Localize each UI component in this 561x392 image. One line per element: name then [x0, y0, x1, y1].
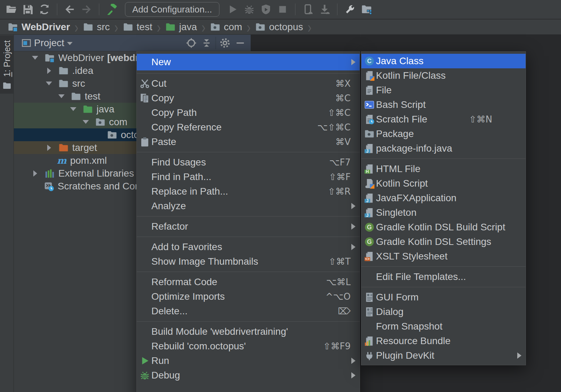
debug-bug-icon — [140, 370, 150, 381]
wrench-settings-icon[interactable] — [343, 2, 357, 16]
submenu-item-resource-bundle[interactable]: Resource Bundle — [361, 334, 526, 348]
xslt-file-icon — [364, 251, 375, 262]
html-file-icon — [364, 164, 375, 174]
menu-item-copy[interactable]: Copy ⌘C — [137, 91, 360, 105]
avd-manager-icon[interactable] — [301, 2, 315, 16]
menu-item-find-usages[interactable]: Find Usages ⌥F7 — [137, 155, 360, 170]
hide-panel-icon[interactable] — [233, 36, 248, 50]
submenu-item-edit-file-templates[interactable]: Edit File Templates... — [361, 270, 526, 284]
icon-placeholder — [140, 306, 150, 316]
dialog-form-icon — [364, 307, 375, 317]
submenu-item-html-file[interactable]: HTML File — [361, 162, 526, 176]
run-play-icon[interactable] — [226, 2, 240, 16]
test-folder-icon — [165, 22, 176, 32]
icon-placeholder — [140, 256, 150, 267]
submenu-item-java-class[interactable]: Java Class — [361, 54, 526, 68]
menu-item-analyze[interactable]: Analyze — [137, 199, 360, 213]
submenu-item-xslt-stylesheet[interactable]: XSLT Stylesheet — [361, 249, 526, 264]
project-view-selector[interactable]: Project — [34, 37, 64, 49]
submenu-item-gui-form[interactable]: GUI Form — [361, 290, 526, 305]
submenu-item-kotlin-script[interactable]: Kotlin Script — [361, 176, 526, 191]
breadcrumb-item-com[interactable]: com — [210, 22, 242, 33]
menu-item-find-in-path[interactable]: Find in Path... ⇧⌘F — [137, 170, 360, 184]
submenu-item-form-snapshot[interactable]: Form Snapshot — [361, 319, 526, 334]
add-configuration-button[interactable]: Add Configuration... — [125, 2, 219, 17]
chevron-expanded-icon[interactable] — [81, 120, 90, 124]
breadcrumb-label: octopus — [269, 22, 303, 33]
tree-label: WebDriver — [58, 52, 104, 63]
add-configuration-label: Add Configuration... — [132, 4, 212, 15]
sdk-manager-icon[interactable] — [318, 2, 332, 16]
back-arrow-icon[interactable] — [63, 2, 77, 16]
chevron-expanded-icon[interactable] — [44, 82, 53, 85]
menu-item-rebuild[interactable]: Rebuild 'com.octopus' ⇧⌘F9 — [137, 339, 360, 353]
menu-item-replace-in-path[interactable]: Replace in Path... ⇧⌘R — [137, 184, 360, 199]
breadcrumb-item-src[interactable]: src — [83, 22, 110, 33]
breadcrumb-item-java[interactable]: java — [165, 22, 197, 33]
gear-icon[interactable] — [217, 36, 233, 50]
menu-item-build-module[interactable]: Build Module 'webdrivertraining' — [137, 324, 360, 339]
submenu-item-dialog[interactable]: Dialog — [361, 305, 526, 319]
sync-icon[interactable] — [37, 2, 51, 16]
run-play-icon — [140, 356, 150, 366]
tree-label: pom.xml — [70, 155, 107, 166]
menu-item-cut[interactable]: Cut ⌘X — [137, 76, 360, 91]
menu-item-run[interactable]: Run — [137, 353, 360, 368]
build-hammer-icon[interactable] — [105, 2, 119, 16]
open-folder-icon[interactable] — [4, 2, 18, 16]
menu-separator — [137, 73, 360, 74]
breadcrumb-item-webdriver[interactable]: WebDriver — [8, 22, 70, 33]
menu-item-new[interactable]: New — [137, 54, 360, 70]
breadcrumb-item-test[interactable]: test — [123, 22, 152, 33]
tree-label: com — [109, 117, 127, 128]
menu-item-reformat-code[interactable]: Reformat Code ⌥⌘L — [137, 275, 360, 289]
debug-bug-icon[interactable] — [242, 2, 256, 16]
breadcrumb: WebDriver › src › test › java › com › oc… — [0, 19, 561, 35]
submenu-item-singleton[interactable]: Singleton — [361, 205, 526, 220]
submenu-item-package-info[interactable]: package-info.java — [361, 141, 526, 156]
tool-window-tab-project[interactable]: 1: Project — [0, 35, 14, 94]
chevron-expanded-icon[interactable] — [31, 56, 40, 60]
submenu-item-package[interactable]: Package — [361, 127, 526, 141]
menu-item-optimize-imports[interactable]: Optimize Imports ^⌥O — [137, 289, 360, 304]
tree-label: target — [72, 142, 97, 153]
breadcrumb-chevron-icon: › — [201, 19, 205, 35]
submenu-item-kotlin-file[interactable]: Kotlin File/Class — [361, 68, 526, 83]
menu-item-delete[interactable]: Delete... ⌦ — [137, 304, 360, 318]
menu-item-copy-reference[interactable]: Copy Reference ⌥⇧⌘C — [137, 120, 360, 135]
menu-item-add-to-favorites[interactable]: Add to Favorites — [137, 240, 360, 254]
menu-item-debug[interactable]: Debug — [137, 368, 360, 383]
submenu-item-javafx-application[interactable]: JavaFXApplication — [361, 191, 526, 205]
menu-item-copy-path[interactable]: Copy Path ⇧⌘C — [137, 105, 360, 120]
bash-script-icon — [364, 100, 375, 110]
tree-label: .idea — [72, 65, 93, 76]
submenu-item-gradle-settings[interactable]: Gradle Kotlin DSL Settings — [361, 235, 526, 249]
run-with-coverage-icon[interactable] — [259, 2, 273, 16]
chevron-collapsed-icon[interactable] — [44, 145, 53, 151]
chevron-expanded-icon[interactable] — [69, 107, 78, 111]
menu-separator — [361, 266, 526, 267]
menu-separator — [137, 272, 360, 272]
breadcrumb-label: test — [137, 22, 152, 33]
chevron-collapsed-icon[interactable] — [31, 170, 40, 177]
menu-item-show-image-thumbnails[interactable]: Show Image Thumbnails ⇧⌘T — [137, 254, 360, 269]
save-all-icon[interactable] — [21, 2, 35, 16]
submenu-item-plugin-devkit[interactable]: Plugin DevKit — [361, 348, 526, 363]
menu-item-refactor[interactable]: Refactor — [137, 219, 360, 234]
project-structure-icon[interactable] — [360, 2, 374, 16]
submenu-item-file[interactable]: File — [361, 83, 526, 97]
submenu-item-bash-script[interactable]: Bash Script — [361, 97, 526, 112]
submenu-item-scratch-file[interactable]: Scratch File ⇧⌘N — [361, 112, 526, 127]
resource-bundle-icon — [364, 336, 375, 346]
chevron-down-icon[interactable] — [67, 42, 73, 45]
icon-placeholder — [364, 321, 375, 332]
locate-file-icon[interactable] — [184, 36, 199, 50]
submenu-item-gradle-build-script[interactable]: Gradle Kotlin DSL Build Script — [361, 220, 526, 235]
menu-item-paste[interactable]: Paste ⌘V — [137, 135, 360, 149]
breadcrumb-item-octopus[interactable]: octopus — [255, 22, 303, 33]
collapse-all-icon[interactable] — [199, 36, 214, 50]
stop-icon[interactable] — [276, 2, 290, 16]
forward-arrow-icon[interactable] — [79, 2, 93, 16]
chevron-expanded-icon[interactable] — [57, 94, 66, 98]
chevron-collapsed-icon[interactable] — [44, 68, 53, 74]
